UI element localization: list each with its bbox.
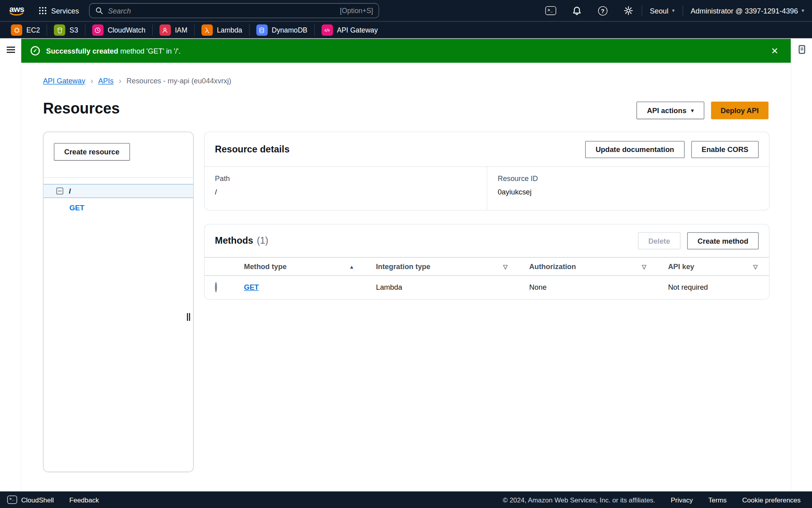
breadcrumb-apis[interactable]: APIs: [98, 77, 114, 85]
favorite-s3[interactable]: S3: [47, 24, 85, 36]
favorite-label: S3: [69, 26, 78, 34]
close-icon[interactable]: ✕: [768, 43, 781, 58]
footer-feedback-link[interactable]: Feedback: [69, 496, 99, 504]
column-authorization[interactable]: Authorization ▽: [519, 262, 658, 271]
delete-button[interactable]: Delete: [638, 232, 680, 249]
favorite-lambda[interactable]: Lambda: [195, 24, 249, 36]
footer-cookie-preferences-link[interactable]: Cookie preferences: [742, 496, 801, 504]
favorite-label: API Gateway: [337, 26, 378, 34]
account-menu[interactable]: Administrator @ 3397-1291-4396 ▾: [683, 0, 812, 21]
methods-title: Methods: [215, 235, 253, 246]
footer-privacy-link[interactable]: Privacy: [671, 496, 693, 504]
favorite-label: Lambda: [217, 26, 242, 34]
bell-icon: [572, 6, 582, 15]
create-resource-label: Create resource: [64, 148, 119, 156]
page-header-actions: API actions ▾ Deploy API: [637, 102, 769, 119]
notifications-button[interactable]: [564, 0, 590, 21]
favorite-iam[interactable]: IAM: [153, 24, 195, 36]
services-menu-button[interactable]: Services: [39, 6, 79, 15]
resource-id-value: 0ayiukcsej: [498, 187, 758, 197]
collapse-icon[interactable]: [56, 188, 63, 194]
open-navigation-button[interactable]: [6, 45, 16, 56]
breadcrumb-current: Resources - my-api (eu044xvrxj): [126, 77, 231, 85]
tree-root-label: /: [69, 187, 71, 195]
favorite-label: EC2: [27, 26, 40, 34]
search-input[interactable]: [108, 6, 335, 15]
flash-message-rest: method 'GET' in '/'.: [118, 47, 180, 55]
success-flashbar: ✓ Successfully created method 'GET' in '…: [21, 39, 791, 63]
footer-terms-link[interactable]: Terms: [709, 496, 727, 504]
resource-details-header: Resource details Update documentation En…: [205, 132, 769, 167]
filter-icon: ▽: [642, 263, 646, 270]
gear-icon: [624, 6, 634, 15]
resource-id-label: Resource ID: [498, 174, 758, 183]
footer-cloudshell-label: CloudShell: [21, 496, 54, 504]
methods-count: (1): [257, 235, 268, 246]
aws-logo-text: aws: [10, 6, 25, 12]
get-method-link[interactable]: GET: [244, 283, 259, 291]
api-actions-button[interactable]: API actions ▾: [637, 102, 704, 119]
flash-message: Successfully created method 'GET' in '/'…: [46, 47, 180, 55]
create-method-label: Create method: [697, 237, 748, 245]
methods-card: Methods (1) Delete Create method Method …: [204, 224, 770, 300]
favorite-ec2[interactable]: EC2: [4, 24, 47, 36]
global-search[interactable]: [Option+S]: [89, 3, 379, 18]
create-method-button[interactable]: Create method: [687, 232, 758, 249]
favorite-label: IAM: [175, 26, 187, 34]
filter-icon: ▽: [753, 263, 758, 270]
breadcrumb-api-gateway[interactable]: API Gateway: [43, 77, 85, 85]
footer-right: © 2024, Amazon Web Services, Inc. or its…: [503, 496, 801, 504]
region-selector[interactable]: Seoul ▾: [642, 0, 682, 21]
breadcrumb: API Gateway › APIs › Resources - my-api …: [43, 76, 231, 85]
tree-item-get-method[interactable]: GET: [69, 204, 84, 212]
enable-cors-label: Enable CORS: [701, 145, 748, 154]
delete-label: Delete: [648, 237, 670, 245]
top-nav-right: >_ ? Seoul: [538, 0, 812, 21]
row-select-cell: [205, 283, 234, 291]
api-key-cell: Not required: [658, 283, 769, 291]
footer-cloudshell-button[interactable]: >_ CloudShell: [7, 496, 54, 504]
help-button[interactable]: ?: [590, 0, 616, 21]
resource-details-title: Resource details: [215, 144, 289, 154]
table-row: GET Lambda None Not required: [205, 276, 769, 298]
dynamodb-icon: [256, 24, 268, 36]
account-label: Administrator @ 3397-1291-4396: [691, 6, 798, 15]
footer-copyright: © 2024, Amazon Web Services, Inc. or its…: [503, 496, 655, 504]
favorite-cloudwatch[interactable]: CloudWatch: [85, 24, 153, 36]
update-documentation-button[interactable]: Update documentation: [585, 141, 684, 158]
column-integration-type[interactable]: Integration type ▽: [366, 262, 519, 271]
help-icon: ?: [598, 6, 607, 15]
tools-panel-toggle-button[interactable]: [797, 44, 807, 56]
aws-smile-icon: [10, 12, 24, 16]
search-shortcut-hint: [Option+S]: [340, 7, 373, 15]
favorite-dynamodb[interactable]: DynamoDB: [249, 24, 315, 36]
chevron-down-icon: ▾: [672, 8, 675, 13]
path-label: Path: [215, 174, 477, 183]
api-actions-label: API actions: [647, 106, 687, 115]
column-method-type[interactable]: Method type ▲: [234, 262, 366, 271]
page-title: Resources: [43, 99, 120, 117]
column-api-key[interactable]: API key ▽: [658, 262, 769, 271]
aws-logo[interactable]: aws: [10, 6, 25, 16]
integration-type-cell: Lambda: [366, 283, 519, 291]
ec2-icon: [11, 24, 22, 36]
create-resource-button[interactable]: Create resource: [54, 143, 130, 160]
sort-ascending-icon: ▲: [349, 264, 354, 269]
cloudshell-terminal-icon: >_: [7, 496, 17, 504]
cloudshell-terminal-icon: >_: [546, 6, 556, 15]
console-footer: >_ CloudShell Feedback © 2024, Amazon We…: [0, 491, 812, 508]
row-radio-button[interactable]: [215, 282, 217, 292]
panel-resize-handle[interactable]: [187, 313, 190, 321]
resource-details-card: Resource details Update documentation En…: [204, 132, 770, 211]
tree-item-root[interactable]: /: [44, 184, 193, 198]
settings-button[interactable]: [616, 0, 642, 21]
deploy-api-button[interactable]: Deploy API: [711, 102, 768, 119]
enable-cors-button[interactable]: Enable CORS: [691, 141, 758, 158]
cloudshell-button[interactable]: >_: [538, 0, 564, 21]
favorite-api-gateway[interactable]: API Gateway: [315, 24, 385, 36]
favorite-label: CloudWatch: [107, 26, 145, 34]
chevron-down-icon: ▾: [802, 8, 804, 13]
breadcrumb-separator-icon: ›: [119, 76, 121, 85]
region-label: Seoul: [650, 6, 668, 15]
methods-header: Methods (1) Delete Create method: [205, 225, 769, 257]
